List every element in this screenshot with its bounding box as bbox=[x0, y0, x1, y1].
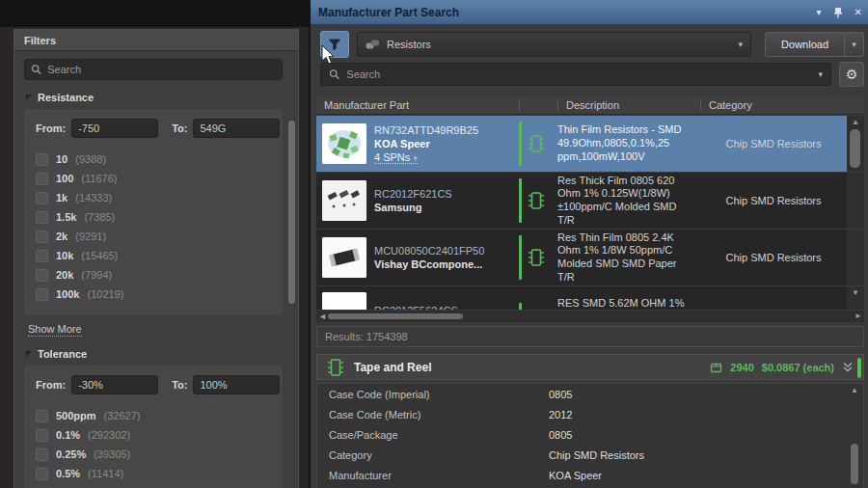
tolerance-option[interactable]: 0.1% (292302) bbox=[36, 425, 273, 445]
resistance-option[interactable]: 1.5k (7385) bbox=[36, 207, 273, 227]
scroll-left-icon[interactable]: ◄ bbox=[318, 311, 327, 322]
filters-search-input[interactable] bbox=[47, 64, 276, 75]
download-button[interactable]: Download bbox=[765, 32, 845, 57]
supplier-title: Tape and Reel bbox=[354, 361, 700, 374]
resistance-option[interactable]: 20k (7994) bbox=[36, 265, 273, 285]
scroll-up-icon[interactable]: ▲ bbox=[848, 386, 861, 394]
application: Filters Resistance From: To: bbox=[0, 0, 868, 488]
resistance-from-input[interactable] bbox=[71, 119, 158, 138]
table-horizontal-scrollbar[interactable]: ◄ ► bbox=[316, 311, 864, 322]
pin-icon[interactable] bbox=[833, 7, 843, 18]
scroll-up-icon[interactable]: ▲ bbox=[847, 118, 864, 126]
supplier-section-header[interactable]: Tape and Reel 2940 $0.0867 (each) bbox=[316, 354, 864, 380]
category-icon bbox=[366, 40, 380, 50]
checkbox[interactable] bbox=[36, 410, 48, 422]
tolerance-from-input[interactable] bbox=[71, 375, 158, 394]
checkbox[interactable] bbox=[36, 468, 48, 480]
scrollbar-thumb[interactable] bbox=[850, 129, 860, 168]
part-number: MCU08050C2401FP50 bbox=[374, 245, 484, 257]
download-split-button: Download ▾ bbox=[765, 32, 864, 57]
part-thumbnail bbox=[322, 123, 366, 164]
show-more-link[interactable]: Show More bbox=[28, 323, 82, 337]
column-header-description[interactable]: Description bbox=[557, 99, 700, 112]
resistance-option[interactable]: 10 (9388) bbox=[36, 149, 273, 169]
tolerance-option[interactable]: 500ppm (32627) bbox=[36, 406, 273, 425]
scrollbar-thumb[interactable] bbox=[851, 444, 858, 484]
details-scrollbar[interactable]: ▲ bbox=[848, 386, 861, 486]
option-label: 500ppm bbox=[56, 410, 96, 421]
checkbox[interactable] bbox=[36, 230, 48, 243]
checkbox[interactable] bbox=[36, 192, 48, 204]
settings-button[interactable]: ⚙ bbox=[839, 62, 864, 87]
checkbox[interactable] bbox=[36, 448, 48, 461]
chevron-down-icon[interactable]: ▾ bbox=[818, 69, 823, 79]
checkbox[interactable] bbox=[36, 153, 48, 166]
part-thumbnail bbox=[322, 180, 366, 221]
resistance-option[interactable]: 2k (9291) bbox=[36, 227, 273, 246]
tolerance-option[interactable]: 0.5% (11414) bbox=[36, 464, 273, 483]
resistance-option[interactable]: 100 (11676) bbox=[36, 169, 273, 188]
checkbox[interactable] bbox=[36, 429, 48, 442]
panel-menu-icon[interactable]: ▾ bbox=[817, 8, 822, 17]
checkbox[interactable] bbox=[36, 173, 48, 185]
column-header-category[interactable]: Category bbox=[700, 99, 847, 112]
option-label: 100k bbox=[56, 288, 79, 300]
manufacturer-part-search-panel: Manufacturer Part Search ▾ ✕ bbox=[309, 0, 868, 488]
chip-icon bbox=[528, 133, 545, 154]
tolerance-to-input[interactable] bbox=[193, 375, 280, 394]
to-label: To: bbox=[172, 379, 187, 391]
availability-bar bbox=[519, 303, 522, 310]
double-chevron-down-icon[interactable] bbox=[842, 362, 854, 373]
resistance-to-input[interactable] bbox=[193, 119, 280, 138]
spns-link[interactable]: 4 SPNs ▾ bbox=[374, 151, 418, 164]
option-label: 1.5k bbox=[56, 211, 76, 223]
download-menu-button[interactable]: ▾ bbox=[845, 32, 864, 57]
scroll-down-icon[interactable]: ▼ bbox=[847, 288, 864, 297]
panel-title: Manufacturer Part Search bbox=[318, 6, 817, 19]
table-vertical-scrollbar[interactable] bbox=[847, 173, 864, 229]
section-title: Tolerance bbox=[38, 348, 87, 360]
resistance-section-header[interactable]: Resistance bbox=[26, 92, 283, 103]
option-count: (32627) bbox=[104, 410, 141, 421]
tolerance-section-header[interactable]: Tolerance bbox=[26, 348, 283, 360]
part-thumbnail bbox=[322, 292, 366, 310]
unit-price: $0.0867 (each) bbox=[762, 362, 834, 373]
search-icon bbox=[31, 64, 41, 75]
filters-scrollbar[interactable] bbox=[288, 92, 295, 477]
detail-row: Case/Package 0805 bbox=[317, 424, 863, 445]
table-vertical-scrollbar[interactable]: ▼ bbox=[847, 286, 864, 310]
filters-search-box[interactable] bbox=[24, 59, 283, 80]
table-row[interactable]: RC2012F621CS Samsung Res Th bbox=[316, 173, 864, 229]
option-label: 20k bbox=[56, 269, 73, 281]
checkbox[interactable] bbox=[36, 211, 48, 224]
to-label: To: bbox=[172, 122, 187, 134]
close-icon[interactable]: ✕ bbox=[854, 8, 862, 17]
checkbox[interactable] bbox=[36, 250, 48, 262]
checkbox[interactable] bbox=[36, 269, 48, 282]
chevron-down-icon[interactable]: ▾ bbox=[739, 40, 744, 49]
from-label: From: bbox=[36, 379, 66, 391]
resistance-option[interactable]: 10k (15465) bbox=[36, 246, 273, 265]
scrollbar-thumb[interactable] bbox=[288, 121, 295, 304]
scroll-right-icon[interactable]: ► bbox=[854, 311, 862, 322]
part-search-box[interactable]: ▾ bbox=[320, 63, 831, 86]
part-thumbnail bbox=[322, 237, 366, 278]
table-row[interactable]: RC2012F5624CS RES SMD 5.62M OHM 1% 1/8W … bbox=[316, 286, 864, 310]
mouse-cursor bbox=[321, 45, 337, 67]
detail-row: Case Code (Metric) 2012 bbox=[317, 404, 863, 424]
detail-row: Category Chip SMD Resistors bbox=[317, 445, 863, 465]
table-row[interactable]: MCU08050C2401FP50 Vishay BCcompone... bbox=[316, 230, 864, 285]
resistance-option[interactable]: 100k (10219) bbox=[36, 285, 273, 304]
table-vertical-scrollbar[interactable] bbox=[847, 230, 864, 285]
part-search-input[interactable] bbox=[346, 68, 811, 80]
checkbox[interactable] bbox=[36, 288, 48, 301]
category-dropdown[interactable]: Resistors ▾ bbox=[357, 32, 751, 57]
column-header-part[interactable]: Manufacturer Part bbox=[316, 99, 519, 111]
category-value: Resistors bbox=[387, 39, 732, 50]
tolerance-option[interactable]: 0.25% (39305) bbox=[36, 445, 273, 464]
filters-panel-title: Filters bbox=[14, 30, 298, 51]
scrollbar-thumb[interactable] bbox=[328, 313, 463, 319]
table-row[interactable]: RN732ATTD49R9B25 KOA Speer 4 SPNs ▾ bbox=[316, 116, 864, 172]
table-vertical-scrollbar[interactable]: ▲ bbox=[847, 116, 864, 172]
resistance-option[interactable]: 1k (14333) bbox=[36, 188, 273, 207]
